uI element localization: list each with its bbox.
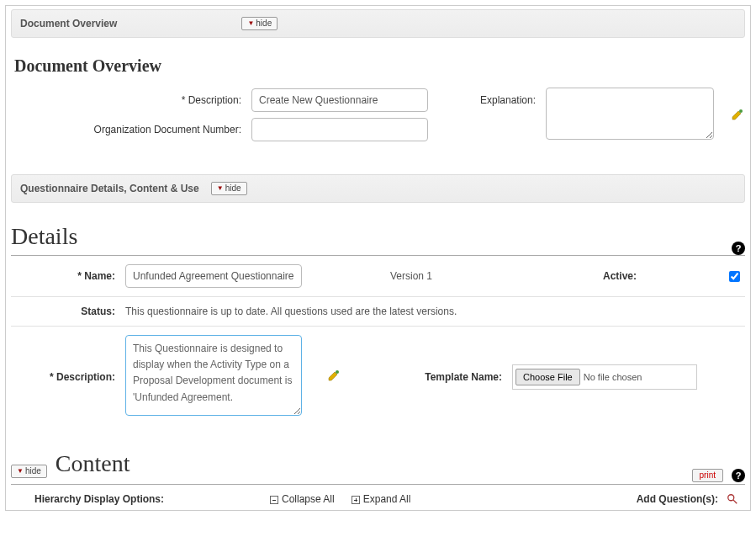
search-icon[interactable] [727, 493, 738, 505]
org-doc-number-label: Organization Document Number: [16, 124, 251, 136]
document-overview-header-title: Document Overview [20, 18, 117, 29]
document-overview-title: Document Overview [14, 56, 745, 76]
svg-line-3 [733, 500, 737, 503]
overview-grid: * Description: Explanation: Organization… [11, 88, 745, 154]
status-label: Status: [16, 306, 125, 317]
triangle-down-icon: ▼ [247, 18, 254, 29]
help-icon[interactable]: ? [732, 242, 745, 255]
active-checkbox[interactable] [729, 271, 740, 282]
hide-button-content[interactable]: ▼ hide [11, 465, 47, 478]
active-label: Active: [495, 270, 647, 282]
svg-point-0 [739, 109, 743, 113]
print-button[interactable]: print [692, 469, 723, 482]
svg-point-2 [728, 495, 734, 501]
details-description-textarea[interactable]: This Questionnaire is designed to displa… [125, 335, 302, 416]
explanation-label: Explanation: [445, 94, 546, 106]
version-label: Version 1 [327, 270, 495, 282]
pencil-icon[interactable] [327, 369, 341, 382]
status-text: This questionnaire is up to date. All qu… [125, 306, 740, 317]
details-title: Details [11, 223, 77, 250]
pencil-icon[interactable] [731, 108, 744, 121]
svg-point-1 [336, 370, 339, 374]
help-icon[interactable]: ? [732, 469, 745, 482]
description-input[interactable] [251, 88, 428, 112]
content-title: Content [56, 450, 130, 477]
hide-button-details[interactable]: ▼ hide [211, 182, 247, 195]
name-input[interactable] [125, 264, 302, 288]
details-row-status: Status: This questionnaire is up to date… [11, 296, 745, 326]
questionnaire-details-header-title: Questionnaire Details, Content & Use [20, 183, 199, 194]
explanation-textarea[interactable] [546, 88, 714, 140]
content-title-row: ▼ hide Content print ? [11, 450, 745, 482]
page-container: Document Overview ▼ hide Document Overvi… [5, 5, 751, 511]
triangle-down-icon: ▼ [17, 465, 24, 477]
details-description-label: * Description: [16, 371, 125, 383]
collapse-all-link[interactable]: Collapse All [270, 493, 335, 505]
hierarchy-display-label: Hierarchy Display Options: [18, 493, 270, 505]
add-question-label: Add Question(s): [637, 493, 718, 505]
details-row-name: * Name: Version 1 Active: [11, 256, 745, 296]
hide-button-overview[interactable]: ▼ hide [241, 17, 278, 30]
triangle-down-icon: ▼ [217, 183, 224, 194]
questionnaire-details-header: Questionnaire Details, Content & Use ▼ h… [11, 174, 745, 203]
expand-all-link[interactable]: Expand All [352, 493, 411, 505]
plus-box-icon [352, 496, 360, 504]
minus-box-icon [270, 496, 278, 504]
file-input-box: Choose File No file chosen [512, 364, 697, 390]
template-name-label: Template Name: [352, 371, 512, 383]
document-overview-header: Document Overview ▼ hide [11, 9, 745, 38]
content-options-bar: Hierarchy Display Options: Collapse All … [11, 484, 745, 505]
org-doc-number-input[interactable] [251, 118, 428, 141]
description-label: * Description: [16, 94, 251, 106]
name-label: * Name: [16, 270, 125, 282]
details-row-desc: * Description: This Questionnaire is des… [11, 326, 745, 427]
file-status-text: No file chosen [584, 372, 642, 382]
choose-file-button[interactable]: Choose File [515, 369, 580, 385]
